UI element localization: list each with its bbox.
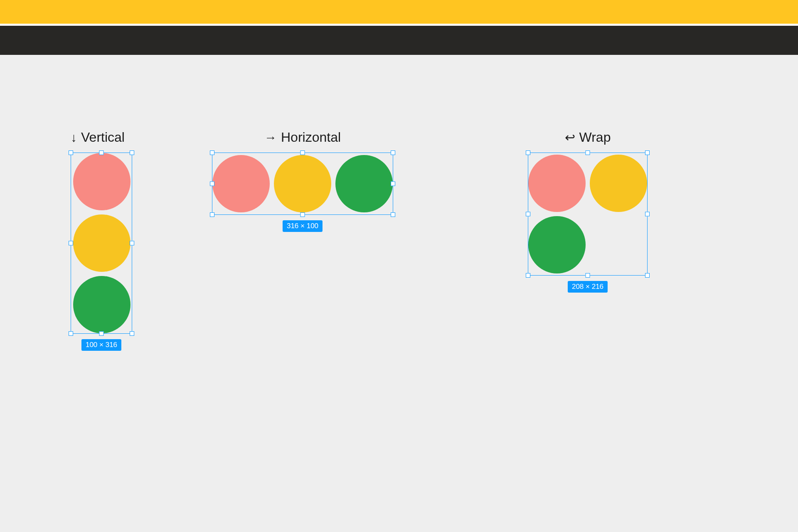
- resize-handle[interactable]: [645, 273, 650, 278]
- circle-green: [528, 216, 586, 273]
- arrow-down-icon: ↓: [71, 131, 77, 144]
- vertical-label: ↓ Vertical: [71, 130, 132, 145]
- horizontal-circles-container: [212, 153, 393, 214]
- horizontal-label-text: Horizontal: [281, 130, 341, 145]
- resize-handle[interactable]: [130, 241, 134, 246]
- circle-red: [73, 153, 131, 210]
- horizontal-label: → Horizontal: [212, 130, 393, 145]
- wrap-circles-container: [528, 153, 648, 275]
- resize-handle[interactable]: [210, 150, 214, 155]
- circle-yellow: [274, 155, 331, 212]
- resize-handle[interactable]: [210, 182, 214, 186]
- resize-handle[interactable]: [69, 331, 73, 336]
- vertical-dimensions-badge: 100 × 316: [81, 339, 121, 351]
- example-wrap: ↩ Wrap 208 × 216: [528, 130, 648, 276]
- example-vertical: ↓ Vertical 100 × 316: [71, 130, 132, 334]
- resize-handle[interactable]: [586, 273, 590, 278]
- circle-green: [73, 276, 131, 333]
- wrap-label-text: Wrap: [579, 130, 611, 145]
- resize-handle[interactable]: [210, 212, 214, 217]
- vertical-circles-container: [71, 153, 132, 333]
- top-yellow-bar: [0, 0, 798, 24]
- resize-handle[interactable]: [99, 150, 104, 155]
- circle-green: [335, 155, 393, 212]
- resize-handle[interactable]: [99, 331, 104, 336]
- resize-handle[interactable]: [69, 150, 73, 155]
- wrap-icon: ↩: [565, 131, 575, 144]
- example-horizontal: → Horizontal 316 × 100: [212, 130, 393, 215]
- wrap-dimensions-badge: 208 × 216: [568, 281, 608, 293]
- horizontal-dimensions-badge: 316 × 100: [283, 220, 323, 232]
- wrap-selection-box[interactable]: 208 × 216: [528, 153, 648, 276]
- resize-handle[interactable]: [69, 241, 73, 246]
- resize-handle[interactable]: [130, 331, 134, 336]
- resize-handle[interactable]: [130, 150, 134, 155]
- canvas: ↓ Vertical 100 × 316 → Horizontal: [0, 55, 798, 532]
- horizontal-selection-box[interactable]: 316 × 100: [212, 153, 393, 215]
- resize-handle[interactable]: [391, 150, 395, 155]
- top-black-bar: [0, 26, 798, 55]
- circle-red: [528, 155, 586, 212]
- arrow-right-icon: →: [264, 131, 277, 144]
- resize-handle[interactable]: [526, 273, 530, 278]
- circle-red: [212, 155, 270, 212]
- resize-handle[interactable]: [645, 150, 650, 155]
- resize-handle[interactable]: [645, 212, 650, 217]
- resize-handle[interactable]: [300, 150, 305, 155]
- resize-handle[interactable]: [526, 150, 530, 155]
- circle-yellow: [73, 214, 131, 272]
- resize-handle[interactable]: [526, 212, 530, 217]
- vertical-selection-box[interactable]: 100 × 316: [71, 153, 132, 334]
- resize-handle[interactable]: [586, 150, 590, 155]
- resize-handle[interactable]: [391, 182, 395, 186]
- vertical-label-text: Vertical: [81, 130, 125, 145]
- resize-handle[interactable]: [300, 212, 305, 217]
- wrap-label: ↩ Wrap: [528, 130, 648, 145]
- circle-yellow: [590, 155, 647, 212]
- resize-handle[interactable]: [391, 212, 395, 217]
